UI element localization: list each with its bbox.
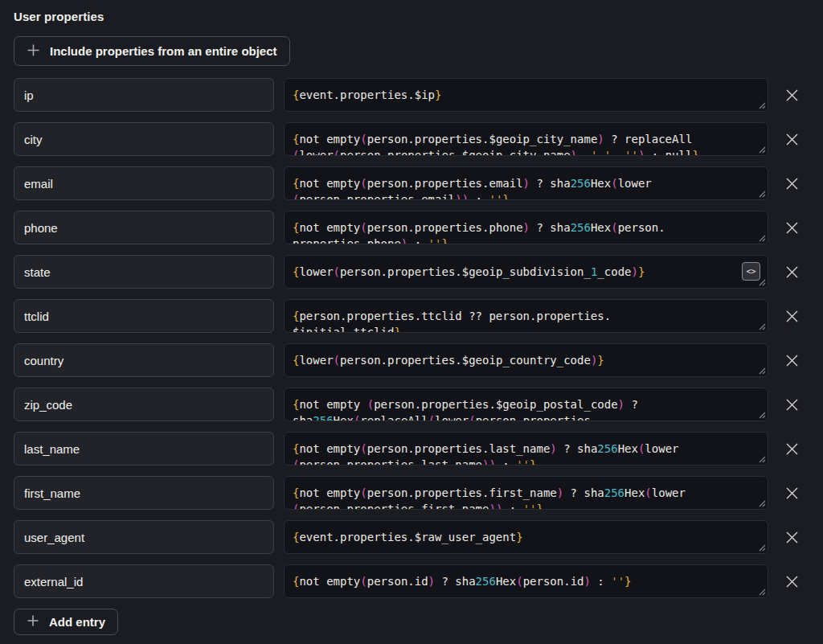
close-icon [785,265,799,279]
remove-entry-button[interactable] [779,255,805,289]
remove-entry-button[interactable] [779,166,805,200]
property-value-code[interactable]: {person.properties.ttclid ?? person.prop… [284,299,768,333]
property-row: {person.properties.ttclid ?? person.prop… [14,299,823,333]
close-icon [785,354,799,367]
property-value-field: {not empty(person.properties.last_name) … [284,432,768,466]
resize-grip-icon[interactable] [758,367,766,375]
property-row: {not empty(person.properties.$geoip_city… [14,122,823,156]
property-rows: {event.properties.$ip} {not empty(person… [14,78,823,598]
close-icon [785,221,799,235]
property-value-code[interactable]: {lower(person.properties.$geoip_country_… [284,343,768,377]
add-entry-button[interactable]: Add entry [14,609,118,635]
property-key-input[interactable] [14,78,274,112]
close-icon [785,486,799,500]
property-key-input[interactable] [14,520,274,554]
property-row: {lower(person.properties.$geoip_subdivis… [14,255,823,289]
property-value-code[interactable]: {not empty(person.id) ? sha256Hex(person… [284,564,768,598]
property-row: {not empty (person.properties.$geoip_pos… [14,388,823,421]
property-value-code[interactable]: {not empty (person.properties.$geoip_pos… [284,388,768,421]
property-row: {event.properties.$ip} [14,78,823,112]
property-value-field: {lower(person.properties.$geoip_subdivis… [284,255,768,289]
remove-entry-button[interactable] [779,388,805,421]
resize-grip-icon[interactable] [758,455,766,463]
property-value-code[interactable]: {not empty(person.properties.first_name)… [284,476,768,510]
property-value-field: {not empty(person.properties.$geoip_city… [284,122,768,156]
property-value-field: {not empty(person.properties.phone) ? sh… [284,211,768,244]
property-key-input[interactable] [14,166,274,200]
include-object-button[interactable]: Include properties from an entire object [14,36,290,66]
property-row: {not empty(person.properties.phone) ? sh… [14,211,823,244]
remove-entry-button[interactable] [779,78,805,112]
resize-grip-icon[interactable] [758,190,766,198]
property-value-code[interactable]: {not empty(person.properties.last_name) … [284,432,768,466]
property-value-field: {event.properties.$ip} [284,78,768,112]
resize-grip-icon[interactable] [758,499,766,507]
property-value-field: {lower(person.properties.$geoip_country_… [284,343,768,377]
code-icon: <> [746,267,755,276]
property-value-code[interactable]: {event.properties.$ip} [284,78,768,112]
property-value-field: {not empty (person.properties.$geoip_pos… [284,388,768,421]
close-icon [785,398,799,412]
remove-entry-button[interactable] [779,122,805,156]
plus-icon [27,43,40,59]
user-properties-panel: User properties Include properties from … [0,0,823,635]
property-key-input[interactable] [14,211,274,244]
property-key-input[interactable] [14,122,274,156]
resize-grip-icon[interactable] [758,322,766,330]
property-key-input[interactable] [14,476,274,510]
property-value-code[interactable]: {not empty(person.properties.email) ? sh… [284,166,768,200]
close-icon [785,88,799,102]
property-value-field: {not empty(person.properties.email) ? sh… [284,166,768,200]
property-value-field: {not empty(person.properties.first_name)… [284,476,768,510]
property-key-input[interactable] [14,432,274,466]
property-key-input[interactable] [14,388,274,421]
resize-grip-icon[interactable] [758,544,766,552]
resize-grip-icon[interactable] [758,411,766,419]
resize-grip-icon[interactable] [758,234,766,242]
property-row: {lower(person.properties.$geoip_country_… [14,343,823,377]
close-icon [785,575,799,589]
close-icon [785,133,799,146]
resize-grip-icon[interactable] [758,588,766,596]
remove-entry-button[interactable] [779,520,805,554]
property-value-field: {event.properties.$raw_user_agent} [284,520,768,554]
resize-grip-icon[interactable] [758,278,766,286]
close-icon [785,442,799,456]
property-row: {not empty(person.properties.last_name) … [14,432,823,466]
close-icon [785,177,799,191]
add-entry-label: Add entry [49,615,105,629]
remove-entry-button[interactable] [779,343,805,377]
property-value-field: {not empty(person.id) ? sha256Hex(person… [284,564,768,598]
property-value-code[interactable]: {not empty(person.properties.phone) ? sh… [284,211,768,244]
property-value-code[interactable]: {not empty(person.properties.$geoip_city… [284,122,768,156]
property-value-field: {person.properties.ttclid ?? person.prop… [284,299,768,333]
resize-grip-icon[interactable] [758,146,766,154]
close-icon [785,310,799,323]
resize-grip-icon[interactable] [758,101,766,109]
property-key-input[interactable] [14,343,274,377]
section-title: User properties [14,10,823,24]
property-key-input[interactable] [14,255,274,289]
property-row: {not empty(person.properties.first_name)… [14,476,823,510]
remove-entry-button[interactable] [779,299,805,333]
close-icon [785,531,799,544]
property-value-code[interactable]: {event.properties.$raw_user_agent} [284,520,768,554]
remove-entry-button[interactable] [779,564,805,598]
property-key-input[interactable] [14,299,274,333]
property-key-input[interactable] [14,564,274,598]
property-value-code[interactable]: {lower(person.properties.$geoip_subdivis… [284,255,768,289]
property-row: {not empty(person.id) ? sha256Hex(person… [14,564,823,598]
plus-icon [27,614,39,630]
remove-entry-button[interactable] [779,476,805,510]
remove-entry-button[interactable] [779,432,805,466]
property-row: {not empty(person.properties.email) ? sh… [14,166,823,200]
property-row: {event.properties.$raw_user_agent} [14,520,823,554]
remove-entry-button[interactable] [779,211,805,244]
include-object-label: Include properties from an entire object [50,44,277,58]
